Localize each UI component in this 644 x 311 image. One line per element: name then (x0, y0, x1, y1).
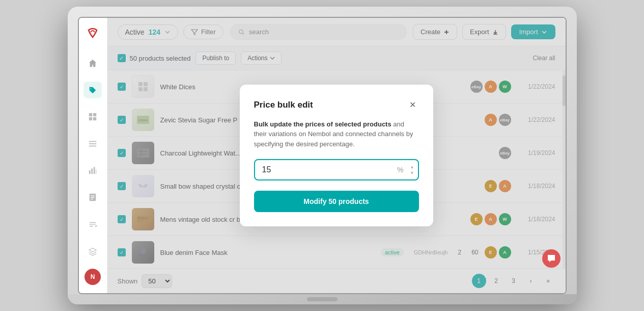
svg-rect-4 (89, 141, 96, 142)
sidebar: N (79, 18, 107, 293)
modal-overlay: Price bulk edit ✕ Bulk update the prices… (107, 18, 566, 293)
main-content: Active 124 Filter (107, 18, 566, 293)
svg-rect-0 (89, 113, 92, 116)
sidebar-item-learn[interactable] (83, 242, 102, 261)
modal-title: Price bulk edit (254, 100, 313, 110)
user-avatar[interactable]: N (85, 269, 101, 285)
sidebar-item-tags[interactable] (83, 82, 102, 98)
percentage-input-group: % ▲ ▼ (254, 159, 419, 180)
percentage-input[interactable] (254, 159, 419, 180)
svg-rect-9 (94, 167, 95, 174)
svg-rect-10 (96, 169, 96, 174)
svg-rect-13 (91, 197, 94, 197)
stepper-buttons: ▲ ▼ (409, 164, 416, 175)
sidebar-item-chart[interactable] (83, 162, 102, 179)
svg-rect-1 (93, 113, 96, 116)
sidebar-bottom: N (83, 216, 102, 285)
svg-rect-2 (89, 117, 92, 120)
sidebar-item-grid[interactable] (83, 109, 102, 125)
chat-fab-button[interactable] (542, 249, 561, 268)
modal-close-button[interactable]: ✕ (407, 99, 419, 111)
svg-rect-3 (93, 117, 96, 120)
stepper-down-button[interactable]: ▼ (409, 170, 416, 175)
svg-rect-7 (89, 170, 91, 174)
svg-rect-12 (91, 195, 94, 196)
chat-icon (547, 254, 556, 263)
svg-rect-14 (91, 198, 93, 199)
modal-header: Price bulk edit ✕ (254, 99, 419, 111)
app-logo (85, 26, 101, 41)
sidebar-item-checklist[interactable] (83, 216, 102, 234)
sidebar-item-home[interactable] (83, 55, 102, 72)
modal-description-strong: Bulk update the prices of selected produ… (254, 120, 391, 128)
sidebar-item-document[interactable] (83, 189, 102, 205)
sidebar-item-list[interactable] (83, 135, 102, 152)
price-bulk-edit-modal: Price bulk edit ✕ Bulk update the prices… (240, 85, 433, 227)
modify-products-button[interactable]: Modify 50 products (254, 191, 419, 212)
stepper-up-button[interactable]: ▲ (409, 164, 416, 169)
modal-description: Bulk update the prices of selected produ… (254, 119, 419, 149)
svg-rect-5 (89, 143, 96, 144)
percent-symbol: % (397, 166, 403, 174)
svg-rect-8 (91, 169, 93, 174)
svg-rect-6 (89, 145, 96, 146)
